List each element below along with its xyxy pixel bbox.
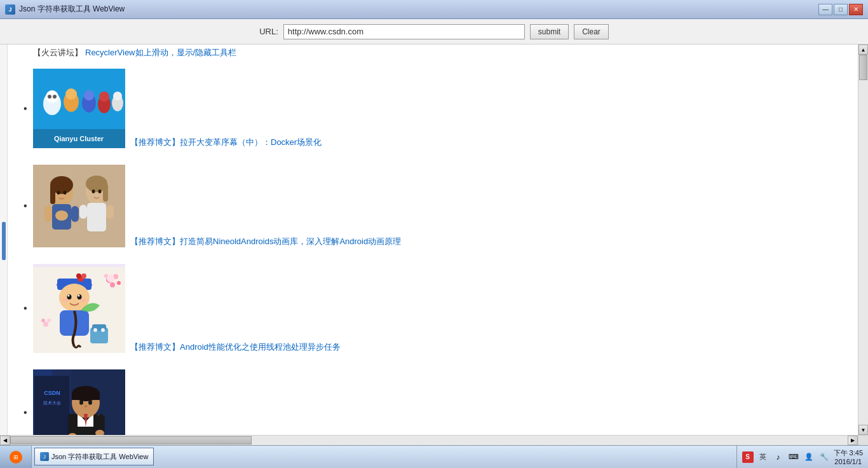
svg-point-74 (85, 406, 87, 408)
system-tray: S 英 ♪ ⌨ 👤 🔧 下午 3:45 2016/1/1 (736, 446, 868, 468)
svg-rect-30 (106, 205, 114, 219)
svg-point-44 (76, 273, 81, 279)
svg-point-38 (117, 281, 121, 285)
vertical-scrollbar: ▲ ▼ (858, 45, 868, 435)
blog-item-1: Qianyu Cluster 【推荐博文】拉开大变革序幕（中）：Docker场景… (33, 64, 839, 153)
clear-button[interactable]: Clear (574, 24, 609, 39)
tray-sougou-icon[interactable]: S (742, 451, 754, 463)
blog-link-3[interactable]: 【推荐博文】Android性能优化之使用线程池处理异步任务 (130, 341, 839, 353)
top-partial-dots: 【火云讲坛】 (33, 47, 83, 59)
svg-point-23 (57, 191, 60, 195)
scroll-thumb[interactable] (859, 55, 867, 80)
speaker-art: CSDN 技术大会 (33, 369, 125, 435)
scroll-h-thumb[interactable] (10, 436, 252, 444)
svg-rect-18 (50, 185, 55, 204)
minimize-button[interactable]: — (818, 4, 832, 15)
taskbar: ⊞ J Json 字符串获取工具 WebView S 英 ♪ ⌨ 👤 🔧 下午 … (0, 445, 868, 468)
svg-rect-63 (34, 376, 69, 435)
close-button[interactable]: ✕ (849, 4, 863, 15)
svg-rect-29 (79, 205, 87, 219)
svg-point-51 (80, 298, 86, 302)
anime-art (33, 165, 125, 247)
blog-item-4: CSDN 技术大会 (33, 364, 839, 435)
top-link-recyclerview[interactable]: RecyclerView如上滑动，显示/隐藏工具栏 (85, 47, 236, 59)
svg-point-39 (107, 275, 114, 282)
svg-rect-71 (72, 394, 100, 400)
svg-point-43 (81, 273, 86, 279)
svg-rect-78 (68, 417, 78, 435)
app-icon: J (5, 4, 15, 15)
blog-item-3: 【推荐博文】Android性能优化之使用线程池处理异步任务 (33, 259, 839, 358)
maximize-button[interactable]: □ (834, 4, 848, 15)
chibi-art (33, 267, 125, 353)
scroll-h-track[interactable] (10, 436, 848, 445)
url-bar: URL: submit Clear (0, 19, 868, 45)
blog-link-1[interactable]: 【推荐博文】拉开大变革序幕（中）：Docker场景化 (130, 137, 839, 148)
tray-lang-icon[interactable]: 英 (757, 451, 769, 463)
url-input[interactable] (283, 24, 525, 39)
scroll-up-button[interactable]: ▲ (858, 45, 868, 55)
scroll-down-button[interactable]: ▼ (858, 425, 868, 435)
blog-link-2[interactable]: 【推荐博文】打造简易NineoldAndroids动画库，深入理解Android… (130, 236, 839, 247)
left-indicator-bar (2, 222, 6, 260)
taskbar-window-label: Json 字符串获取工具 WebView (51, 452, 148, 462)
svg-text:Qianyu Cluster: Qianyu Cluster (54, 135, 104, 142)
svg-point-24 (64, 191, 67, 195)
tray-settings-icon[interactable]: 🔧 (818, 451, 830, 463)
tray-user-icon[interactable]: 👤 (803, 451, 815, 463)
top-partial-links: 【火云讲坛】 RecyclerView如上滑动，显示/隐藏工具栏 (33, 45, 839, 64)
svg-point-58 (41, 319, 45, 322)
svg-point-12 (113, 92, 122, 100)
blog-item-2: 【推荐博文】打造简易NineoldAndroids动画库，深入理解Android… (33, 160, 839, 252)
main-area: 【火云讲坛】 RecyclerView如上滑动，显示/隐藏工具栏 (0, 45, 868, 435)
blog-list: Qianyu Cluster 【推荐博文】拉开大变革序幕（中）：Docker场景… (33, 64, 839, 435)
taskbar-windows: J Json 字符串获取工具 WebView (32, 446, 736, 468)
left-indicator (0, 45, 8, 435)
svg-rect-21 (71, 206, 79, 222)
svg-point-55 (93, 328, 97, 332)
svg-point-22 (55, 210, 68, 221)
window-title: Json 字符串获取工具 WebView (19, 4, 125, 15)
tray-time: 下午 3:45 2016/1/1 (834, 448, 863, 465)
taskbar-app-icon: J (40, 452, 49, 461)
thumbnail-speaker: CSDN 技术大会 (33, 369, 125, 435)
start-icon: ⊞ (10, 451, 22, 464)
scroll-right-button[interactable]: ▶ (848, 436, 858, 445)
svg-rect-20 (44, 206, 52, 222)
svg-point-59 (47, 319, 51, 322)
scroll-track[interactable] (858, 55, 868, 425)
content-wrapper: 【火云讲坛】 RecyclerView如上滑动，显示/隐藏工具栏 (20, 45, 839, 435)
title-bar-left: J Json 字符串获取工具 WebView (5, 4, 125, 15)
svg-point-3 (48, 95, 51, 99)
scrollbar-corner (858, 436, 868, 446)
submit-button[interactable]: submit (530, 24, 569, 39)
svg-point-49 (78, 295, 80, 297)
start-button[interactable]: ⊞ (0, 446, 32, 468)
svg-point-10 (99, 92, 109, 102)
thumbnail-qianyu: Qianyu Cluster (33, 69, 125, 148)
svg-point-57 (43, 322, 48, 327)
content-area: 【火云讲坛】 RecyclerView如上滑动，显示/隐藏工具栏 (8, 45, 858, 435)
svg-text:CSDN: CSDN (44, 390, 60, 396)
svg-point-56 (101, 328, 105, 332)
svg-rect-28 (87, 203, 106, 231)
svg-point-48 (68, 295, 70, 297)
title-bar: J Json 字符串获取工具 WebView — □ ✕ (0, 0, 868, 19)
window-controls: — □ ✕ (818, 4, 863, 15)
scroll-left-button[interactable]: ◀ (0, 436, 10, 445)
svg-point-4 (53, 95, 57, 99)
svg-point-50 (62, 298, 69, 302)
svg-point-73 (88, 401, 92, 405)
svg-point-72 (79, 401, 83, 405)
bottom-scroll-area: ◀ ▶ (0, 435, 868, 445)
svg-point-31 (92, 189, 95, 193)
taskbar-window-active[interactable]: J Json 字符串获取工具 WebView (34, 448, 154, 465)
tray-music-icon[interactable]: ♪ (773, 451, 784, 463)
thumbnail-anime (33, 165, 125, 247)
svg-rect-27 (103, 184, 108, 202)
tray-keyboard-icon[interactable]: ⌨ (788, 451, 799, 463)
qianyu-art: Qianyu Cluster (33, 69, 125, 148)
svg-point-8 (84, 90, 94, 100)
svg-text:技术大会: 技术大会 (43, 401, 61, 405)
svg-point-32 (98, 189, 102, 193)
